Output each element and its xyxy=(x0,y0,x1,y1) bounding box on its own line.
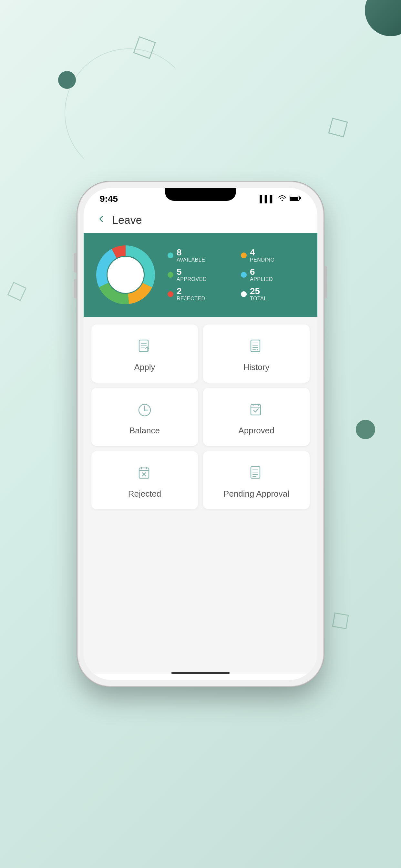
svg-point-19 xyxy=(257,349,258,350)
bg-decoration-square-4 xyxy=(7,282,27,301)
phone-frame: 9:45 ▌▌▌ xyxy=(78,182,323,686)
phone-screen: 9:45 ▌▌▌ xyxy=(84,188,317,680)
menu-card-rejected[interactable]: Rejected xyxy=(91,451,198,509)
balance-icon xyxy=(135,400,154,420)
bg-decoration-square-2 xyxy=(328,118,348,137)
battery-icon xyxy=(289,195,301,203)
menu-card-history[interactable]: History xyxy=(203,324,310,383)
legend-label-total: TOTAL xyxy=(250,296,267,302)
donut-chart xyxy=(93,243,158,307)
legend-item-applied: 6 APPLIED xyxy=(241,268,308,282)
legend-label-rejected: REJECTED xyxy=(177,296,205,302)
chart-legend: 8 AVAILABLE 4 PENDING xyxy=(167,248,308,302)
menu-card-balance[interactable]: Balance xyxy=(91,388,198,446)
legend-text-applied: 6 APPLIED xyxy=(250,268,273,282)
wifi-icon xyxy=(278,195,286,203)
legend-text-total: 25 TOTAL xyxy=(250,287,267,302)
legend-item-available: 8 AVAILABLE xyxy=(167,248,235,263)
menu-card-apply[interactable]: Apply xyxy=(91,324,198,383)
volume-up-button xyxy=(74,253,76,273)
legend-number-total: 25 xyxy=(250,287,267,296)
pending-approval-label: Pending Approval xyxy=(223,489,289,499)
legend-dot-approved xyxy=(167,272,174,278)
apply-label: Apply xyxy=(134,362,155,372)
svg-point-21 xyxy=(144,409,146,411)
legend-label-applied: APPLIED xyxy=(250,276,273,282)
legend-dot-pending xyxy=(241,252,247,258)
svg-rect-2 xyxy=(300,197,301,199)
volume-down-button xyxy=(74,279,76,299)
bg-decoration-circle-right xyxy=(356,420,375,439)
history-icon xyxy=(247,337,266,356)
phone-notch xyxy=(165,188,236,201)
approved-icon xyxy=(247,400,266,420)
app-content: Leave xyxy=(84,207,317,674)
legend-label-approved: APPROVED xyxy=(177,276,207,282)
status-icons: ▌▌▌ xyxy=(259,195,301,203)
legend-item-pending: 4 PENDING xyxy=(241,248,308,263)
svg-point-8 xyxy=(107,257,144,293)
legend-dot-total xyxy=(241,291,247,297)
legend-item-approved: 5 APPROVED xyxy=(167,268,235,282)
svg-rect-1 xyxy=(290,197,298,200)
menu-card-pending-approval[interactable]: Pending Approval xyxy=(203,451,310,509)
svg-rect-22 xyxy=(251,405,260,415)
menu-grid: Apply History xyxy=(84,317,317,517)
balance-label: Balance xyxy=(129,426,160,436)
legend-item-total: 25 TOTAL xyxy=(241,287,308,302)
legend-number-applied: 6 xyxy=(250,268,273,276)
menu-card-approved[interactable]: Approved xyxy=(203,388,310,446)
chart-banner: 8 AVAILABLE 4 PENDING xyxy=(84,233,317,317)
legend-label-available: AVAILABLE xyxy=(177,257,205,263)
rejected-label: Rejected xyxy=(128,489,161,499)
app-header: Leave xyxy=(84,207,317,233)
legend-text-approved: 5 APPROVED xyxy=(177,268,207,282)
back-button[interactable] xyxy=(96,214,105,226)
page-title: Leave xyxy=(112,214,142,226)
rejected-icon xyxy=(135,464,154,483)
svg-rect-9 xyxy=(139,340,148,352)
bg-decoration-circle-top xyxy=(365,0,401,36)
legend-number-approved: 5 xyxy=(177,268,207,276)
bg-decoration-curve xyxy=(65,49,194,178)
approved-label: Approved xyxy=(238,426,274,436)
apply-icon xyxy=(135,337,154,356)
signal-icon: ▌▌▌ xyxy=(259,195,275,203)
legend-item-rejected: 2 REJECTED xyxy=(167,287,235,302)
legend-text-pending: 4 PENDING xyxy=(250,248,274,263)
power-button xyxy=(325,266,327,299)
legend-label-pending: PENDING xyxy=(250,257,274,263)
legend-text-available: 8 AVAILABLE xyxy=(177,248,205,263)
legend-number-pending: 4 xyxy=(250,248,274,257)
svg-rect-26 xyxy=(139,468,149,478)
bg-decoration-square-3 xyxy=(332,612,349,629)
home-indicator xyxy=(172,672,229,674)
legend-dot-available xyxy=(167,252,174,258)
status-time: 9:45 xyxy=(100,194,118,204)
legend-dot-rejected xyxy=(167,291,174,297)
legend-number-available: 8 xyxy=(177,248,205,257)
pending-approval-icon xyxy=(247,464,266,483)
legend-text-rejected: 2 REJECTED xyxy=(177,287,205,302)
legend-dot-applied xyxy=(241,272,247,278)
legend-number-rejected: 2 xyxy=(177,287,205,296)
history-label: History xyxy=(243,362,270,372)
